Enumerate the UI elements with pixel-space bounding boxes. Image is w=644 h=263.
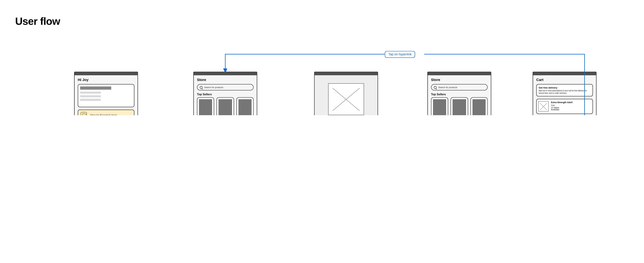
product-card[interactable] (197, 97, 214, 115)
cart-item[interactable]: Extra-Strength Advil Cost 10 Tablets Ava… (536, 99, 593, 114)
home-greeting: Hi Joy (78, 78, 134, 82)
product-card[interactable] (470, 97, 488, 115)
promo-desc: Add one or more prescriptions to your ca… (539, 90, 590, 94)
search-input[interactable]: Search for products (431, 84, 488, 91)
store-title: Store (197, 78, 254, 82)
flow-tap-hyperlink: Tap on hyperlink (385, 51, 415, 58)
banner-text: Shop for Essentials here! (90, 114, 117, 115)
hero-card[interactable] (78, 84, 134, 107)
screen-store-cart-msg: Store Search for products Top Sellers CO… (428, 72, 491, 115)
product-image (315, 75, 378, 115)
page-title: User flow (15, 15, 60, 27)
search-placeholder: Search for products (204, 86, 223, 88)
section-top-sellers: Top Sellers (431, 93, 488, 96)
search-input[interactable]: Search for products (197, 84, 254, 91)
section-top-sellers: Top Sellers (197, 93, 254, 96)
item-field: Availability (551, 109, 572, 111)
screen-product-detail: Price - 1 + Add to cart (314, 72, 378, 115)
store-entry-banner[interactable]: Shop for Essentials here! (78, 110, 134, 115)
status-bar (428, 72, 491, 75)
status-bar (315, 72, 378, 75)
status-bar (194, 72, 257, 75)
promo-title: Get free delivery (539, 86, 590, 89)
bag-icon (80, 112, 87, 115)
item-thumb (538, 101, 549, 111)
product-card[interactable] (451, 97, 468, 115)
screen-cart: Cart Get free delivery Add one or more p… (533, 72, 596, 115)
search-placeholder: Search for products (438, 86, 457, 88)
item-name: Extra-Strength Advil (551, 101, 572, 104)
item-field: Cost (551, 104, 572, 107)
free-delivery-card: Get free delivery Add one or more prescr… (536, 84, 593, 96)
product-card[interactable] (431, 97, 448, 115)
screen-store: Store Search for products Top Sellers CO… (193, 72, 257, 115)
status-bar (74, 72, 138, 75)
status-bar (533, 72, 596, 75)
product-card[interactable] (217, 97, 234, 115)
item-field: 10 Tablets (551, 107, 572, 109)
screen-home: Hi Joy Shop for Essentials here! Home Me… (74, 72, 138, 115)
product-card[interactable] (236, 97, 254, 115)
store-title: Store (431, 78, 488, 82)
cart-title: Cart (536, 78, 593, 82)
search-icon (200, 86, 202, 89)
search-icon (434, 86, 436, 89)
